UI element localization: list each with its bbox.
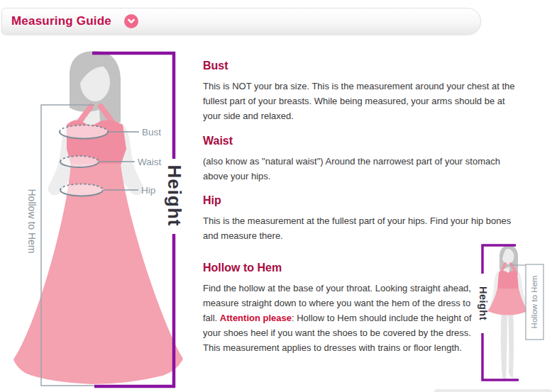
hollow-to-hem-vertical-label: Hollow to Hem bbox=[26, 189, 38, 253]
collapse-toggle-button[interactable] bbox=[124, 14, 138, 28]
attention-label: Attention please bbox=[220, 313, 292, 323]
small-leg-left bbox=[501, 308, 507, 380]
dress-skirt bbox=[13, 164, 183, 384]
small-dress-bodice bbox=[497, 271, 519, 289]
waist-label: Waist bbox=[138, 157, 161, 167]
hip-heading: Hip bbox=[203, 194, 517, 207]
hollow-to-hem-description: Find the hollow at the base of your thro… bbox=[203, 281, 481, 355]
measuring-guide-header: Measuring Guide bbox=[1, 8, 481, 35]
page-title: Measuring Guide bbox=[11, 14, 111, 28]
hip-label: Hip bbox=[141, 185, 155, 196]
height-vertical-label: Height bbox=[164, 165, 185, 227]
section-hip: Hip This is the measurement at the fulle… bbox=[203, 194, 517, 243]
waist-heading: Waist bbox=[203, 135, 517, 147]
section-waist: Waist (also know as "natural waist") Aro… bbox=[203, 135, 517, 184]
small-height-vertical-label: Height bbox=[478, 286, 489, 320]
measurement-diagram-small: Hollow to Hem Height bbox=[468, 237, 552, 392]
small-leg-right bbox=[508, 308, 514, 377]
bust-heading: Bust bbox=[203, 60, 517, 72]
small-hollow-to-hem-label: Hollow to Hem bbox=[530, 276, 539, 329]
section-bust: Bust This is NOT your bra size. This is … bbox=[203, 60, 517, 123]
chevron-down-icon bbox=[126, 16, 136, 26]
bust-label: Bust bbox=[142, 127, 161, 138]
next-section-bar-edge bbox=[434, 389, 552, 392]
bust-description: This is NOT your bra size. This is the m… bbox=[203, 79, 517, 123]
measurement-diagram-large: Bust Waist Hip Hollow to Hem Height bbox=[0, 43, 199, 392]
waist-description: (also know as "natural waist") Around th… bbox=[203, 154, 517, 184]
